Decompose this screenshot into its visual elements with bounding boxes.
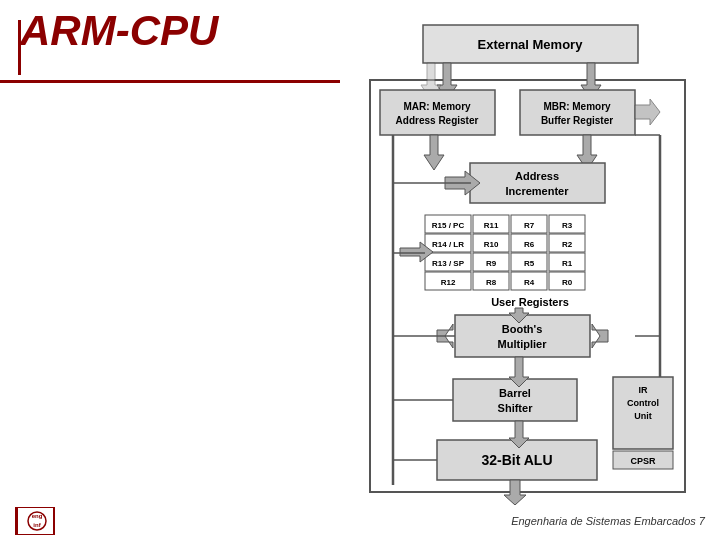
- svg-text:R8: R8: [486, 278, 497, 287]
- svg-marker-15: [577, 135, 597, 170]
- svg-text:Unit: Unit: [634, 411, 652, 421]
- svg-text:Control: Control: [627, 398, 659, 408]
- svg-rect-64: [613, 377, 673, 449]
- svg-rect-68: [613, 451, 673, 469]
- svg-rect-16: [470, 163, 605, 203]
- svg-text:R1: R1: [562, 259, 573, 268]
- svg-rect-20: [425, 215, 471, 233]
- svg-marker-73: [504, 480, 526, 505]
- title-vline: [18, 20, 21, 75]
- svg-rect-70: [437, 440, 597, 480]
- title-underline: [0, 80, 340, 83]
- svg-rect-26: [549, 215, 585, 233]
- svg-text:Address: Address: [515, 170, 559, 182]
- svg-text:MAR: Memory: MAR: Memory: [403, 101, 471, 112]
- svg-rect-36: [425, 253, 471, 271]
- svg-text:Barrel: Barrel: [499, 387, 531, 399]
- arm-cpu-diagram: External Memory MAR: Memory Address Regi…: [365, 15, 695, 505]
- svg-text:Incrementer: Incrementer: [506, 185, 570, 197]
- svg-rect-54: [455, 315, 590, 357]
- svg-text:R7: R7: [524, 221, 535, 230]
- svg-marker-63: [509, 357, 529, 387]
- svg-text:R14 / LR: R14 / LR: [432, 240, 464, 249]
- page-title: ARM-CPU: [20, 10, 360, 52]
- svg-text:inf: inf: [33, 522, 41, 528]
- svg-marker-5: [421, 63, 441, 100]
- svg-marker-59: [509, 308, 529, 323]
- svg-text:32-Bit ALU: 32-Bit ALU: [481, 452, 552, 468]
- svg-text:R0: R0: [562, 278, 573, 287]
- svg-text:Address Register: Address Register: [396, 115, 479, 126]
- svg-rect-44: [425, 272, 471, 290]
- svg-text:R12: R12: [441, 278, 456, 287]
- footer-text: Engenharia de Sistemas Embarcados 7: [511, 515, 705, 527]
- diagram-svg: External Memory MAR: Memory Address Regi…: [365, 15, 695, 505]
- svg-rect-46: [473, 272, 509, 290]
- svg-marker-72: [509, 421, 529, 448]
- svg-rect-50: [549, 272, 585, 290]
- svg-text:R9: R9: [486, 259, 497, 268]
- svg-marker-57: [437, 324, 453, 348]
- svg-text:R11: R11: [484, 221, 499, 230]
- svg-text:User Registers: User Registers: [491, 296, 569, 308]
- svg-text:Buffer Register: Buffer Register: [541, 115, 613, 126]
- svg-rect-48: [511, 272, 547, 290]
- svg-marker-58: [592, 324, 608, 348]
- svg-marker-4: [581, 63, 601, 100]
- svg-text:R15 / PC: R15 / PC: [432, 221, 465, 230]
- logo-box: eng inf: [15, 507, 55, 535]
- svg-rect-38: [473, 253, 509, 271]
- svg-rect-60: [453, 379, 577, 421]
- svg-text:External Memory: External Memory: [478, 37, 584, 52]
- svg-rect-9: [520, 90, 635, 135]
- svg-rect-22: [473, 215, 509, 233]
- svg-rect-40: [511, 253, 547, 271]
- bottom-bar: eng inf Engenharia de Sistemas Embarcado…: [0, 507, 720, 535]
- svg-text:R4: R4: [524, 278, 535, 287]
- svg-text:eng: eng: [32, 513, 43, 519]
- svg-marker-14: [424, 135, 444, 170]
- svg-rect-42: [549, 253, 585, 271]
- svg-text:Multiplier: Multiplier: [498, 338, 548, 350]
- svg-marker-53: [400, 242, 433, 262]
- svg-marker-19: [445, 171, 480, 195]
- svg-rect-34: [549, 234, 585, 252]
- svg-text:R3: R3: [562, 221, 573, 230]
- svg-text:R5: R5: [524, 259, 535, 268]
- svg-text:Shifter: Shifter: [498, 402, 534, 414]
- logo-area: eng inf: [15, 507, 55, 535]
- svg-text:IR: IR: [639, 385, 649, 395]
- svg-text:MBR: Memory: MBR: Memory: [543, 101, 611, 112]
- svg-marker-81: [635, 99, 660, 125]
- svg-rect-1: [423, 25, 638, 63]
- svg-marker-3: [437, 63, 457, 100]
- svg-rect-24: [511, 215, 547, 233]
- title-area: ARM-CPU: [20, 10, 360, 52]
- svg-rect-0: [370, 80, 685, 492]
- svg-rect-82: [17, 507, 53, 535]
- svg-text:R10: R10: [484, 240, 499, 249]
- svg-rect-6: [380, 90, 495, 135]
- svg-text:R13 / SP: R13 / SP: [432, 259, 465, 268]
- svg-text:R2: R2: [562, 240, 573, 249]
- svg-rect-32: [511, 234, 547, 252]
- svg-text:CPSR: CPSR: [630, 456, 656, 466]
- svg-rect-30: [473, 234, 509, 252]
- svg-rect-28: [425, 234, 471, 252]
- svg-text:R6: R6: [524, 240, 535, 249]
- svg-text:Booth's: Booth's: [502, 323, 543, 335]
